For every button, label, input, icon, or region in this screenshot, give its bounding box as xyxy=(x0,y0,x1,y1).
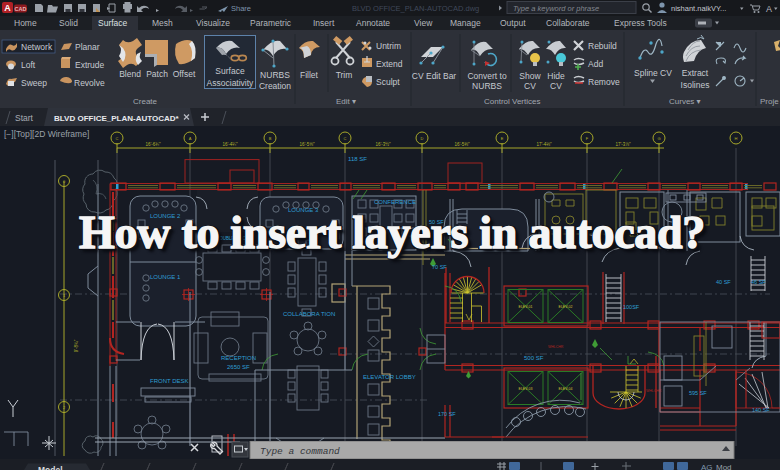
svg-text:500 SF: 500 SF xyxy=(524,355,544,361)
svg-text:2650 SF: 2650 SF xyxy=(227,364,250,370)
svg-text:COLLABORA TION: COLLABORA TION xyxy=(283,311,335,317)
svg-text:Model: Model xyxy=(38,465,63,470)
svg-text:Blend: Blend xyxy=(119,69,141,79)
svg-text:BLVD OFFICE_PLAN-AUTOCAD*: BLVD OFFICE_PLAN-AUTOCAD* xyxy=(54,114,179,123)
svg-text:LOUNGE 1: LOUNGE 1 xyxy=(150,274,181,280)
svg-text:FRONT DESK: FRONT DESK xyxy=(150,378,189,384)
svg-text:16'-3½": 16'-3½" xyxy=(375,141,391,147)
svg-text:16'-6¾": 16'-6¾" xyxy=(145,142,161,147)
svg-text:A: A xyxy=(189,136,192,141)
svg-text:Hide: Hide xyxy=(547,71,565,81)
svg-text:Share: Share xyxy=(231,4,251,13)
svg-text:Creation: Creation xyxy=(259,81,291,91)
svg-text:[−][Top][2D Wireframe]: [−][Top][2D Wireframe] xyxy=(4,129,89,139)
svg-text:Planar: Planar xyxy=(75,42,100,52)
svg-text:A: A xyxy=(766,4,772,14)
svg-text:2: 2 xyxy=(63,405,66,410)
svg-text:CV: CV xyxy=(524,81,536,91)
svg-text:Mod: Mod xyxy=(716,463,732,470)
svg-text:WHLCHR: WHLCHR xyxy=(646,389,662,393)
svg-text:Offset: Offset xyxy=(173,69,196,79)
svg-text:Sculpt: Sculpt xyxy=(376,77,400,87)
svg-text:WHLCHR: WHLCHR xyxy=(548,345,564,349)
svg-text:NURBS: NURBS xyxy=(472,81,502,91)
svg-text:Revolve: Revolve xyxy=(74,78,105,88)
svg-text:170 SF: 170 SF xyxy=(438,411,456,417)
svg-text:40 SF: 40 SF xyxy=(716,279,731,285)
svg-text:Convert to: Convert to xyxy=(467,71,506,81)
svg-text:Fillet: Fillet xyxy=(300,70,319,80)
svg-text:70 SF: 70 SF xyxy=(432,264,447,270)
svg-text:Add: Add xyxy=(588,59,603,69)
svg-text:16'-5⅝": 16'-5⅝" xyxy=(299,142,315,147)
svg-text:D: D xyxy=(421,136,424,141)
svg-text:Type a keyword or phrase: Type a keyword or phrase xyxy=(513,4,599,13)
svg-text:595 SF: 595 SF xyxy=(689,390,707,396)
svg-text:ELEV-02: ELEV-02 xyxy=(559,305,573,309)
svg-text:CV: CV xyxy=(550,81,562,91)
svg-text:Rebuild: Rebuild xyxy=(588,41,617,51)
svg-text:100SF: 100SF xyxy=(623,304,640,310)
svg-text:Loft: Loft xyxy=(21,60,36,70)
svg-text:CAD: CAD xyxy=(15,6,27,12)
svg-text:Spline CV: Spline CV xyxy=(634,68,672,78)
svg-text:NURBS: NURBS xyxy=(260,70,290,80)
svg-text:9'-8¾": 9'-8¾" xyxy=(74,339,79,352)
svg-text:BLVD OFFICE_PLAN-AUTOCAD.dwg: BLVD OFFICE_PLAN-AUTOCAD.dwg xyxy=(352,4,479,13)
svg-text:46 SF: 46 SF xyxy=(751,279,766,285)
svg-text:C: C xyxy=(344,136,347,141)
svg-text:Show: Show xyxy=(519,71,541,81)
svg-text:118 SF: 118 SF xyxy=(348,156,367,162)
svg-text:Untrim: Untrim xyxy=(376,41,401,51)
svg-text:ELEV-01: ELEV-01 xyxy=(519,305,533,309)
svg-text:Network: Network xyxy=(21,42,53,52)
svg-text:16'-4¼": 16'-4¼" xyxy=(222,142,238,147)
svg-text:0: 0 xyxy=(63,179,66,184)
svg-text:Extend: Extend xyxy=(376,59,403,69)
svg-text:Sweep: Sweep xyxy=(21,78,47,88)
svg-text:AG: AG xyxy=(701,463,713,470)
svg-text:G: G xyxy=(657,136,660,141)
svg-text:F: F xyxy=(586,136,589,141)
svg-text:Start: Start xyxy=(15,113,34,123)
svg-text:H: H xyxy=(735,136,738,141)
svg-text:nishant.naikVY...: nishant.naikVY... xyxy=(671,4,726,13)
svg-text:Extract: Extract xyxy=(682,68,709,78)
svg-text:RECEPTION: RECEPTION xyxy=(221,355,256,361)
svg-text:ELEV-04: ELEV-04 xyxy=(559,387,573,391)
svg-text:Remove: Remove xyxy=(588,77,620,87)
svg-text:Type a command: Type a command xyxy=(260,446,340,457)
svg-text:ELEV-03: ELEV-03 xyxy=(519,387,533,391)
svg-text:A: A xyxy=(4,3,11,13)
svg-text:C: C xyxy=(116,136,119,141)
svg-text:Trim: Trim xyxy=(336,70,353,80)
svg-text:ELEVATOR LOBBY: ELEVATOR LOBBY xyxy=(363,374,416,380)
svg-text:Extrude: Extrude xyxy=(75,60,105,70)
svg-text:E: E xyxy=(501,136,504,141)
svg-text:CV Edit Bar: CV Edit Bar xyxy=(412,71,457,81)
svg-text:17'-3⅞": 17'-3⅞" xyxy=(615,142,631,147)
svg-text:16'-5⅜": 16'-5⅜" xyxy=(454,142,470,147)
svg-text:CONFERENCE: CONFERENCE xyxy=(374,199,416,205)
svg-text:Patch: Patch xyxy=(146,69,168,79)
svg-text:B: B xyxy=(269,136,272,141)
svg-text:Surface: Surface xyxy=(215,66,245,76)
svg-text:Isolines: Isolines xyxy=(681,80,710,90)
svg-text:Associativity: Associativity xyxy=(207,78,255,88)
svg-text:17'-4⅛": 17'-4⅛" xyxy=(536,142,552,147)
